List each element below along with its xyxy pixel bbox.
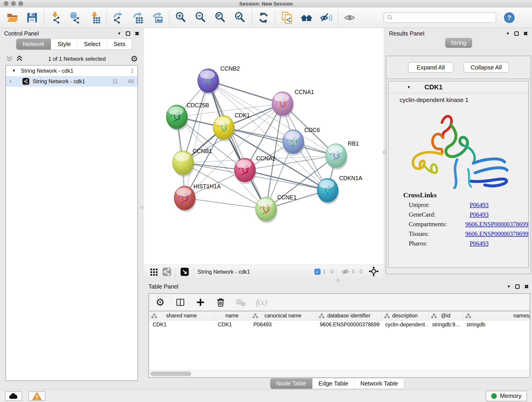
zoom-selected-button[interactable]	[234, 11, 247, 24]
tab-network-table[interactable]: Network Table	[355, 378, 404, 389]
copy-document-button[interactable]	[280, 11, 293, 24]
network-canvas[interactable]: CCNB2CCNA1CDC25BCDK1CDC6RB1CCNB1CCNA2CDK…	[144, 28, 384, 279]
collapse-all-tree-icon[interactable]	[6, 55, 13, 63]
network-node-cdc6[interactable]: CDC6	[283, 127, 320, 156]
selected-items-checkbox[interactable]: ✓	[314, 269, 321, 275]
crosslink-link[interactable]: P06493	[470, 240, 489, 247]
export-image-button[interactable]	[151, 11, 164, 24]
network-node-cdc25b[interactable]: CDC25B	[166, 102, 209, 131]
toolbar-separator	[169, 10, 170, 25]
results-panel-maximize-icon[interactable]	[514, 32, 519, 36]
tab-node-table[interactable]: Node Table	[270, 378, 312, 389]
table-cell[interactable]: cyclin-dependent ...	[381, 320, 428, 329]
network-edge-hist1h1a-ccne1[interactable]	[185, 198, 266, 209]
results-panel-close-icon[interactable]: ✖	[523, 31, 528, 37]
column-header-databaseidentifier[interactable]: database identifier	[316, 311, 381, 320]
column-header-canonicalname[interactable]: canonical name	[250, 311, 316, 320]
crosslink-link[interactable]: P06493	[470, 201, 489, 209]
tab-edge-table[interactable]: Edge Table	[312, 378, 355, 389]
help-button[interactable]: ?	[504, 12, 515, 23]
table-horizontal-scrollbar[interactable]	[149, 370, 530, 377]
table-panel-maximize-icon[interactable]	[515, 284, 520, 289]
column-header-name[interactable]: name	[214, 311, 250, 320]
table-cell[interactable]: CDK1	[149, 320, 214, 329]
search-box[interactable]	[384, 12, 496, 23]
right-splitter-handle[interactable]	[383, 151, 386, 154]
network-node-rb1[interactable]: RB1	[326, 140, 359, 170]
left-splitter-handle[interactable]	[140, 206, 143, 209]
open-folder-button[interactable]	[6, 11, 19, 24]
tab-network[interactable]: Network	[16, 39, 51, 50]
zoom-out-button[interactable]	[194, 11, 207, 24]
expand-all-tree-icon[interactable]	[16, 55, 23, 63]
control-panel-close-icon[interactable]: ✖	[135, 31, 139, 37]
zoom-in-icon	[175, 12, 187, 24]
column-header-description[interactable]: description	[381, 311, 428, 320]
show-eye-button[interactable]	[343, 11, 356, 24]
scrollbar-thumb[interactable]	[151, 371, 191, 376]
refresh-button[interactable]	[257, 11, 270, 24]
network-edge-ccnb2-hist1h1a[interactable]	[185, 81, 208, 198]
control-panel-collapse-icon[interactable]: ▼	[117, 32, 121, 36]
table-cell[interactable]: 9606.ENSP00000378699	[316, 320, 381, 329]
network-node-cdkn1a[interactable]: CDKN1A	[317, 175, 362, 204]
results-panel-collapse-icon[interactable]: ▼	[506, 32, 510, 36]
network-node-hist1h1a[interactable]: HIST1H1A	[174, 183, 221, 212]
table-cell[interactable]: stringdb	[463, 320, 530, 329]
table-panel-collapse-icon[interactable]: ▼	[507, 284, 511, 289]
pan-crosshair-icon[interactable]	[368, 266, 379, 278]
delete-column-icon[interactable]	[215, 297, 226, 307]
network-node-ccnb1[interactable]: CCNB1	[172, 148, 212, 177]
node-detail-header[interactable]: ▼ CDK1	[389, 81, 528, 93]
birds-eye-view-icon[interactable]	[179, 265, 190, 278]
import-table-button[interactable]	[89, 11, 101, 24]
search-input[interactable]	[394, 14, 490, 21]
network-collection-row[interactable]: ▼ String Network - cdk1 1	[6, 65, 138, 76]
tab-sets[interactable]: Sets	[107, 39, 132, 50]
network-node-ccne1[interactable]: CCNE1	[255, 194, 297, 223]
horizontal-splitter-handle[interactable]	[336, 279, 340, 282]
table-panel-close-icon[interactable]: ✖	[524, 283, 529, 290]
crosslink-link[interactable]: P06493	[470, 211, 489, 218]
hidden-items-eye-icon[interactable]	[341, 267, 350, 277]
table-cell[interactable]: stringdb:9...	[428, 320, 463, 329]
create-column-icon[interactable]	[195, 297, 206, 307]
zoom-fit-button[interactable]	[214, 11, 227, 24]
export-table-button[interactable]	[132, 11, 144, 24]
export-network-button[interactable]	[112, 11, 125, 24]
tab-string[interactable]: String	[445, 38, 472, 48]
table-cell[interactable]: CDK1	[214, 320, 250, 329]
network-share-icon[interactable]	[162, 265, 172, 278]
import-network-button[interactable]	[49, 11, 62, 24]
network-row-selected[interactable]: ● String Network - cdk1 11 48	[6, 76, 138, 87]
hide-eye-button[interactable]	[320, 11, 333, 24]
grid-view-icon[interactable]	[149, 265, 159, 278]
network-node-cdk1[interactable]: CDK1	[213, 112, 250, 141]
tab-select[interactable]: Select	[77, 39, 107, 50]
show-columns-icon[interactable]	[175, 297, 186, 307]
expand-all-button[interactable]: Expand All	[408, 62, 453, 73]
home-button[interactable]	[300, 11, 313, 24]
automation-cloud-button[interactable]	[5, 391, 22, 401]
table-row[interactable]: CDK1CDK1P064939606.ENSP00000378699cyclin…	[149, 320, 530, 329]
column-header-sharedname[interactable]: shared name	[149, 311, 214, 320]
save-button[interactable]	[26, 11, 38, 24]
crosslink-link[interactable]: 9606.ENSP00000378699	[465, 230, 528, 237]
crosslink-link[interactable]: 9606.ENSP00000378699	[465, 221, 528, 228]
network-options-gear-icon[interactable]: ⚙	[131, 55, 138, 63]
tab-style[interactable]: Style	[51, 39, 77, 50]
memory-button[interactable]: Memory	[486, 391, 527, 401]
import-database-button[interactable]	[69, 11, 82, 24]
table-cell[interactable]: P06493	[250, 320, 316, 329]
zoom-in-button[interactable]	[175, 11, 187, 24]
network-graph[interactable]: CCNB2CCNA1CDC25BCDK1CDC6RB1CCNB1CCNA2CDK…	[144, 28, 384, 265]
column-header-namespace[interactable]: namespace	[463, 311, 530, 320]
table-options-gear-icon[interactable]: ⚙	[155, 297, 165, 307]
network-edge-ccnb2-ccne1[interactable]	[208, 81, 266, 209]
collapse-all-button[interactable]: Collapse All	[463, 62, 509, 73]
tree-expand-icon[interactable]: ▼	[12, 69, 16, 73]
warnings-button[interactable]	[28, 391, 45, 401]
control-panel-maximize-icon[interactable]	[126, 32, 130, 36]
column-header-id[interactable]: @id	[428, 311, 463, 320]
node-detail-collapse-icon[interactable]: ▼	[407, 85, 411, 89]
